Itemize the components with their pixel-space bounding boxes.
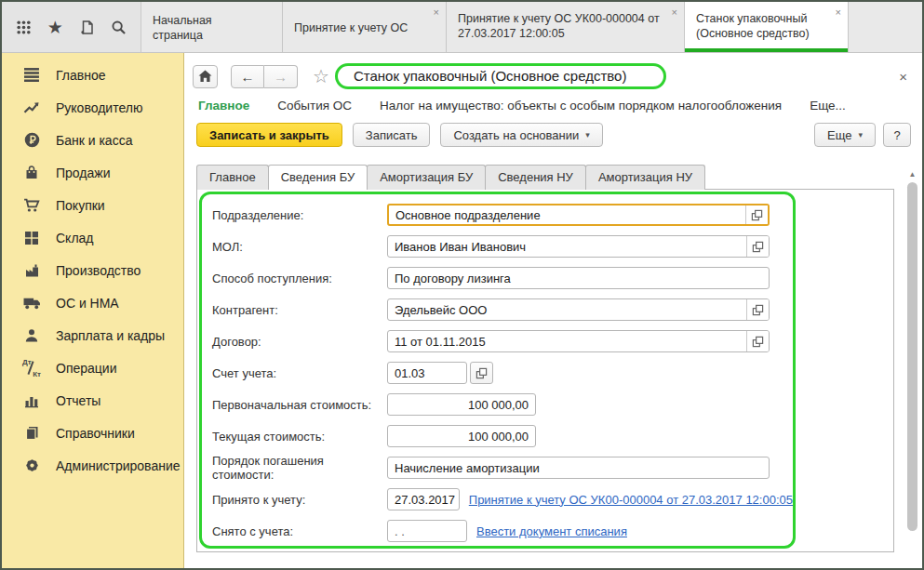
save-button[interactable]: Записать — [353, 123, 431, 147]
window-tab-label: Принятие к учету ОС УК00-000004 от 27.03… — [458, 9, 665, 42]
field-row-dogovor: Договор: 11 от 01.11.2015 — [212, 330, 793, 352]
nav-link-sobytiya-os[interactable]: События ОС — [277, 99, 352, 113]
tab-content-panel: Подразделение: Основное подразделение МО… — [196, 189, 894, 552]
open-select-icon[interactable] — [746, 331, 769, 351]
sidebar-item-operacii[interactable]: ДтКт Операции — [2, 351, 183, 384]
nav-link-more[interactable]: Еще... — [810, 99, 846, 113]
field-row-sposob-postupleniya: Способ поступления: По договору лизинга — [212, 267, 793, 289]
tab-amortizaciya-bu[interactable]: Амортизация БУ — [367, 165, 486, 190]
sidebar-item-label: Администрирование — [56, 458, 181, 473]
sidebar-item-pokupki[interactable]: Покупки — [2, 189, 183, 221]
acceptance-document-link[interactable]: Принятие к учету ОС УК00-000004 от 27.03… — [469, 493, 793, 507]
open-select-icon[interactable] — [470, 362, 493, 384]
mol-input[interactable]: Иванов Иван Иванович — [387, 235, 770, 258]
vertical-scrollbar[interactable]: ▲ ▼ — [905, 169, 919, 570]
save-and-close-button[interactable]: Записать и закрыть — [196, 123, 342, 147]
nav-link-glavnoe[interactable]: Главное — [198, 99, 249, 113]
main-menu-icon[interactable] — [13, 17, 33, 37]
field-row-kontragent: Контрагент: Эдельвейс ООО — [212, 298, 793, 321]
truck-icon — [22, 294, 41, 312]
open-select-icon[interactable] — [746, 299, 769, 320]
field-row-mol: МОЛ: Иванов Иван Иванович — [212, 235, 793, 258]
nav-link-nalog-imushchestvo[interactable]: Налог на имущество: объекты с особым пор… — [380, 99, 782, 113]
field-label: Порядок погашения стоимости: — [212, 454, 387, 482]
sidebar-item-administrirovanie[interactable]: Администрирование — [2, 449, 183, 482]
back-button[interactable]: ← — [231, 65, 264, 88]
field-label: Снято с учета: — [212, 524, 387, 538]
open-select-icon[interactable] — [746, 236, 769, 257]
history-icon[interactable] — [77, 17, 98, 37]
field-row-schet-ucheta: Счет учета: 01.03 — [212, 362, 793, 384]
forward-button[interactable]: → — [264, 65, 298, 88]
pervonachalnaya-stoimost-input[interactable]: 100 000,00 — [387, 393, 536, 416]
sidebar-item-label: Склад — [56, 231, 94, 245]
cart-icon — [22, 196, 41, 215]
sidebar-item-label: Главное — [56, 68, 106, 83]
form-header: ← → ☆ Станок упаковочный (Основное средс… — [184, 53, 922, 91]
sidebar-item-glavnoe[interactable]: Главное — [2, 59, 183, 91]
tab-svedeniya-bu[interactable]: Сведения БУ — [268, 165, 368, 190]
sidebar-item-os-nma[interactable]: ОС и НМА — [2, 286, 183, 319]
more-label: Еще — [827, 128, 851, 142]
sidebar-item-zarplata-kadry[interactable]: Зарплата и кадры — [2, 319, 183, 351]
snyato-date-input[interactable]: . . — [387, 520, 467, 542]
sidebar-item-prodazhi[interactable]: Продажи — [2, 156, 183, 189]
sidebar-item-label: Операции — [56, 361, 117, 376]
section-sidebar: Главное Руководителю Банк и касса Продаж… — [2, 53, 184, 568]
help-button[interactable]: ? — [883, 123, 911, 147]
window-tab-home[interactable]: Начальная страница — [141, 2, 283, 52]
sidebar-item-label: Производство — [56, 263, 141, 278]
sidebar-item-spravochniki[interactable]: Справочники — [2, 417, 183, 449]
chart-icon — [22, 391, 41, 410]
prinyato-date-input[interactable]: 27.03.2017 — [387, 488, 460, 510]
sidebar-item-label: Покупки — [56, 198, 105, 213]
sidebar-item-label: ОС и НМА — [56, 296, 119, 311]
gear-icon — [22, 457, 41, 475]
tab-close-icon[interactable]: × — [434, 7, 439, 18]
field-label: Подразделение: — [212, 208, 387, 222]
schet-ucheta-input[interactable]: 01.03 — [387, 362, 467, 384]
field-row-podrazdelenie: Подразделение: Основное подразделение — [212, 204, 793, 226]
tab-svedeniya-nu[interactable]: Сведения НУ — [485, 165, 586, 190]
search-icon[interactable] — [109, 17, 129, 37]
window-tab-acceptance-doc[interactable]: Принятие к учету ОС УК00-000004 от 27.03… — [447, 2, 685, 52]
sidebar-item-bank-kassa[interactable]: Банк и касса — [2, 124, 183, 156]
create-based-on-button[interactable]: Создать на основании ▾ — [440, 123, 602, 147]
sidebar-item-otchety[interactable]: Отчеты — [2, 384, 183, 417]
more-button[interactable]: Еще ▾ — [814, 123, 876, 147]
add-favorite-star-icon[interactable]: ☆ — [313, 65, 329, 87]
tab-amortizaciya-nu[interactable]: Амортизация НУ — [585, 165, 705, 190]
tab-close-icon[interactable]: × — [836, 7, 841, 18]
tab-glavnoe[interactable]: Главное — [196, 165, 269, 190]
app-window: ★ Начальная страница Принятие к у — [0, 0, 924, 570]
sidebar-item-label: Продажи — [56, 166, 110, 180]
command-bar: Записать и закрыть Записать Создать на о… — [184, 120, 922, 155]
field-row-prinyato-k-uchetu: Принято к учету: 27.03.2017 Принятие к у… — [212, 488, 793, 510]
person-icon — [22, 326, 41, 345]
form-tab-strip: Главное Сведения БУ Амортизация БУ Сведе… — [184, 155, 922, 190]
field-row-pervonachalnaya-stoimost: Первоначальная стоимость: 100 000,00 — [212, 393, 793, 416]
favorites-star-icon[interactable]: ★ — [45, 17, 65, 37]
trend-icon — [22, 99, 41, 117]
books-icon — [22, 424, 41, 443]
poryadok-pogasheniya-input[interactable]: Начисление амортизации — [387, 457, 770, 479]
tekushchaya-stoimost-input[interactable]: 100 000,00 — [387, 425, 536, 447]
sidebar-item-proizvodstvo[interactable]: Производство — [2, 254, 183, 286]
scrollbar-thumb[interactable] — [907, 182, 917, 531]
sposob-postupleniya-input[interactable]: По договору лизинга — [387, 267, 770, 289]
writeoff-document-link[interactable]: Ввести документ списания — [476, 524, 627, 538]
sidebar-item-sklad[interactable]: Склад — [2, 221, 183, 254]
dogovor-input[interactable]: 11 от 01.11.2015 — [387, 330, 770, 352]
home-button[interactable] — [193, 65, 218, 88]
tab-close-icon[interactable]: × — [672, 7, 677, 18]
form-close-icon[interactable]: × — [895, 69, 911, 85]
field-label: Текущая стоимость: — [212, 430, 387, 444]
warehouse-icon — [22, 229, 41, 247]
window-tab-asset[interactable]: Станок упаковочный (Основное средство) × — [685, 2, 849, 52]
open-select-icon[interactable] — [745, 205, 768, 224]
podrazdelenie-input[interactable]: Основное подразделение — [387, 204, 770, 226]
kontragent-input[interactable]: Эдельвейс ООО — [387, 298, 770, 321]
sidebar-item-label: Справочники — [56, 426, 135, 441]
window-tab-acceptance-list[interactable]: Принятие к учету ОС × — [283, 2, 447, 52]
sidebar-item-rukovoditelyu[interactable]: Руководителю — [2, 91, 183, 124]
